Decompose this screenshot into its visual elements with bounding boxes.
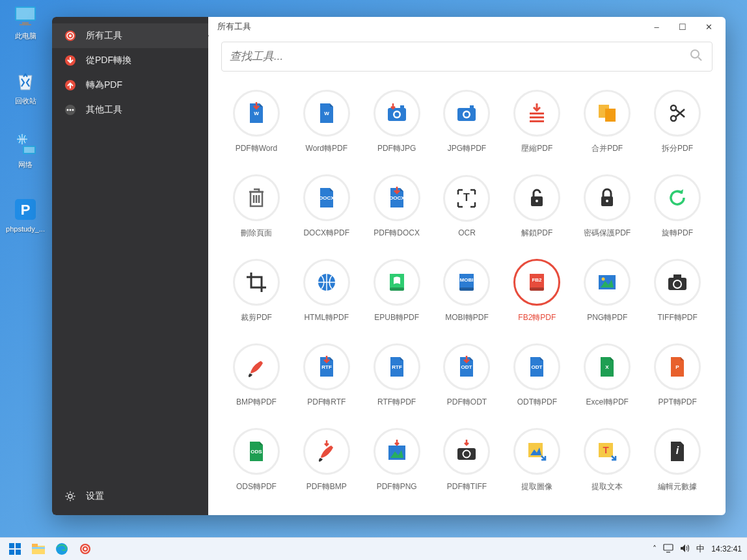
network-icon xyxy=(12,131,38,157)
search-input[interactable] xyxy=(230,50,688,63)
tool-odt[interactable]: ODTODT轉PDF xyxy=(502,333,572,418)
desktop-icon-monitor[interactable]: 此电脑 xyxy=(3,3,48,41)
tool-unlock[interactable]: 解鎖PDF xyxy=(502,164,572,248)
svg-point-11 xyxy=(69,34,72,37)
desktop-icon-recycle[interactable]: 回收站 xyxy=(3,68,48,106)
tool-circle xyxy=(233,174,280,221)
tool-circle xyxy=(303,259,350,306)
tray-monitor-icon[interactable] xyxy=(663,544,673,555)
tool-label: 解鎖PDF xyxy=(521,228,552,239)
svg-text:MOBI: MOBI xyxy=(460,277,474,283)
tool-word[interactable]: WWord轉PDF xyxy=(292,79,362,164)
tool-docx[interactable]: DOCXDOCX轉PDF xyxy=(292,164,362,248)
tool-rtf-down[interactable]: RTFPDF轉RTF xyxy=(292,333,362,418)
tray-chevron-icon[interactable]: ˄ xyxy=(653,544,657,553)
svg-rect-73 xyxy=(9,543,14,548)
tool-circle xyxy=(584,259,631,306)
tool-crop[interactable]: 裁剪PDF xyxy=(221,248,292,333)
tool-brush-down[interactable]: PDF轉BMP xyxy=(292,418,362,502)
trash-icon xyxy=(244,185,269,210)
close-button[interactable]: ✕ xyxy=(696,18,722,36)
tool-camera[interactable]: JPG轉PDF xyxy=(432,79,502,164)
svg-text:ODT: ODT xyxy=(532,364,543,370)
merge-icon xyxy=(595,101,619,126)
tool-brush[interactable]: BMP轉PDF xyxy=(221,333,292,418)
tool-tiff-down[interactable]: PDF轉TIFF xyxy=(432,418,502,502)
tool-extract-text[interactable]: T提取文本 xyxy=(572,418,642,502)
tool-lock[interactable]: 密碼保護PDF xyxy=(572,164,642,248)
tray-volume-icon[interactable] xyxy=(680,544,690,555)
tool-excel[interactable]: XExcel轉PDF xyxy=(572,333,642,418)
svg-rect-49 xyxy=(530,287,544,291)
tool-circle xyxy=(303,428,350,475)
tool-label: DOCX轉PDF xyxy=(303,228,349,239)
tool-ocr[interactable]: TOCR xyxy=(432,164,502,248)
tool-camera-down[interactable]: PDF轉JPG xyxy=(362,79,432,164)
svg-rect-47 xyxy=(459,287,474,291)
tool-circle: P xyxy=(654,343,701,390)
tool-split[interactable]: 拆分PDF xyxy=(642,79,713,164)
svg-point-24 xyxy=(394,112,399,116)
search-icon xyxy=(688,47,704,66)
tool-trash[interactable]: 刪除頁面 xyxy=(221,164,292,248)
tool-merge[interactable]: 合并PDF xyxy=(572,79,642,164)
minimize-button[interactable]: – xyxy=(644,18,670,36)
titlebar: 所有工具 – ☐ ✕ xyxy=(208,17,726,36)
search-box[interactable] xyxy=(221,42,713,72)
edge-button[interactable] xyxy=(52,539,72,559)
tool-circle xyxy=(584,90,631,137)
sidebar-item-2[interactable]: 轉為PDF xyxy=(52,73,208,98)
svg-point-28 xyxy=(465,112,469,116)
maximize-button[interactable]: ☐ xyxy=(670,18,696,36)
desktop-icon-network[interactable]: 网络 xyxy=(3,131,48,170)
tool-rotate[interactable]: 旋轉PDF xyxy=(642,164,713,248)
tool-png-down[interactable]: PDF轉PNG xyxy=(362,418,432,502)
tool-compress[interactable]: 壓縮PDF xyxy=(502,79,572,164)
ppt-icon: P xyxy=(665,354,690,379)
desktop-icon-label: 此电脑 xyxy=(3,31,48,41)
tool-fb2[interactable]: FB2FB2轉PDF xyxy=(502,248,572,333)
tool-label: PDF轉TIFF xyxy=(447,481,487,492)
tool-word-down[interactable]: WPDF轉Word xyxy=(221,79,292,164)
svg-text:i: i xyxy=(676,445,679,456)
desktop-icon-label: phpstudy_... xyxy=(3,225,48,233)
sidebar-settings[interactable]: 设置 xyxy=(52,484,208,509)
tool-odt-down[interactable]: ODTPDF轉ODT xyxy=(432,333,502,418)
tool-rtf[interactable]: RTFRTF轉PDF xyxy=(362,333,432,418)
explorer-button[interactable] xyxy=(29,539,48,559)
svg-text:ODS: ODS xyxy=(251,449,262,455)
svg-rect-30 xyxy=(530,113,544,114)
monitor-icon xyxy=(12,3,38,29)
tool-circle xyxy=(374,428,420,475)
tool-docx-down[interactable]: DOCXPDF轉DOCX xyxy=(362,164,432,248)
tool-metadata[interactable]: i編輯元數據 xyxy=(642,418,713,502)
tool-globe[interactable]: HTML轉PDF xyxy=(292,248,362,333)
start-button[interactable] xyxy=(5,539,25,559)
svg-rect-76 xyxy=(16,550,21,555)
svg-rect-78 xyxy=(32,544,38,547)
svg-rect-79 xyxy=(32,547,45,549)
tool-ods[interactable]: ODSODS轉PDF xyxy=(221,418,292,502)
ods-icon: ODS xyxy=(244,439,269,464)
tray-clock[interactable]: 14:32:41 xyxy=(711,544,742,553)
tool-png[interactable]: PNG轉PDF xyxy=(572,248,642,333)
sidebar-item-1[interactable]: 從PDF轉換 xyxy=(52,48,208,73)
tool-tiff-cam[interactable]: TIFF轉PDF xyxy=(642,248,713,333)
camera-icon xyxy=(454,101,479,126)
desktop-icon-phpstudy[interactable]: Pphpstudy_... xyxy=(3,196,48,233)
tool-ppt[interactable]: PPPT轉PDF xyxy=(642,333,713,418)
tool-extract-img[interactable]: 提取圖像 xyxy=(502,418,572,502)
tool-circle xyxy=(584,174,631,221)
tool-label: TIFF轉PDF xyxy=(657,312,697,323)
sidebar-item-3[interactable]: 其他工具 xyxy=(52,98,208,122)
tool-epub[interactable]: EPUB轉PDF xyxy=(362,248,432,333)
compress-icon xyxy=(524,101,549,126)
tray-ime[interactable]: 中 xyxy=(696,543,705,555)
sidebar: 所有工具從PDF轉換轉為PDF其他工具 设置 xyxy=(52,17,208,515)
tool-mobi[interactable]: MOBIMOBI轉PDF xyxy=(432,248,502,333)
tool-circle xyxy=(654,259,701,306)
target-icon xyxy=(64,29,77,42)
app-taskbar-button[interactable] xyxy=(75,539,95,559)
sidebar-item-0[interactable]: 所有工具 xyxy=(52,23,208,48)
tool-circle: X xyxy=(584,343,631,390)
